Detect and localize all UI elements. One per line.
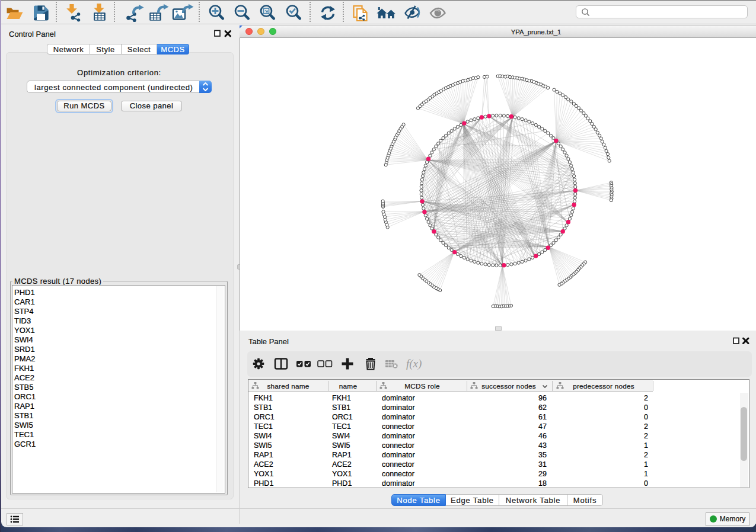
svg-text:f(x): f(x) [406, 357, 422, 370]
